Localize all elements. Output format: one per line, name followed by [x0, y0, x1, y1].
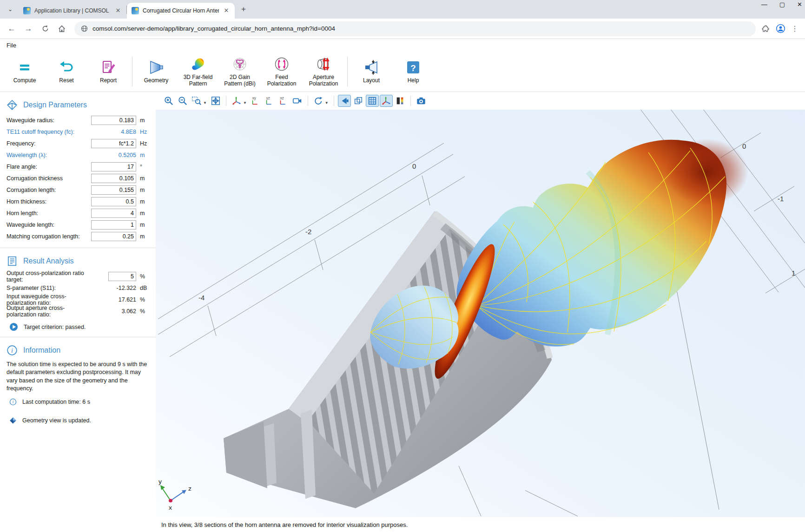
waveguide-length-input[interactable] — [91, 220, 136, 230]
frequency-input[interactable] — [91, 139, 136, 148]
new-tab-button[interactable]: + — [238, 3, 250, 15]
farfield-3d-button[interactable]: 3D Far-field Pattern — [177, 56, 219, 87]
result-analysis-icon — [7, 256, 18, 267]
browser-toolbar: ← → comsol.com/server-demo/app/library_c… — [0, 19, 805, 39]
browser-window: ⌄ Application Library | COMSOL S ✕ Corru… — [0, 0, 805, 532]
view-xy-icon: xy — [251, 96, 261, 106]
projection-button[interactable] — [291, 95, 304, 107]
tick-label: -4 — [198, 295, 205, 302]
chrome-menu-icon[interactable]: ⋮ — [791, 24, 798, 33]
address-bar[interactable]: comsol.com/server-demo/app/library_corru… — [74, 21, 756, 36]
settings-sidebar: Design Parameters Waveguide radius: m TE… — [0, 92, 156, 532]
ribbon-separator — [132, 57, 132, 86]
view-xy-button[interactable]: xy — [249, 95, 262, 107]
tab-horn-antenna[interactable]: Corrugated Circular Horn Anten ✕ — [127, 3, 235, 19]
param-row-corrugation-length: Corrugation length: m — [0, 184, 156, 196]
triad-y-label: y — [158, 478, 162, 485]
zoom-out-button[interactable] — [176, 95, 189, 107]
3d-scene[interactable]: 0 -2 -4 0 -1 1 — [156, 110, 805, 517]
param-row-te11-cutoff: TE11 cutoff frequency (fc): 4.8E8 Hz — [0, 126, 156, 138]
home-icon — [58, 25, 66, 33]
aperture-polarization-button[interactable]: Aperture Polarization — [303, 56, 344, 87]
geometry-updated-icon — [9, 417, 17, 424]
color-legend-toggle[interactable] — [394, 95, 407, 107]
svg-text:i: i — [13, 400, 14, 404]
tab-search-button[interactable]: ⌄ — [4, 3, 17, 16]
param-row-horn-thickness: Horn thickness: m — [0, 196, 156, 207]
section-divider — [0, 248, 156, 248]
help-button[interactable]: ? Help — [392, 59, 434, 84]
report-button[interactable]: Report — [87, 59, 129, 84]
flare-angle-input[interactable] — [91, 162, 136, 171]
view-yz-button[interactable]: yz — [263, 95, 276, 107]
waveguide-radius-input[interactable] — [91, 116, 136, 125]
toolbar-separator — [226, 96, 226, 106]
matching-corrugation-length-input[interactable] — [91, 232, 136, 241]
result-analysis-header: Result Analysis — [0, 253, 156, 270]
param-row-waveguide-length: Waveguide length: m — [0, 219, 156, 230]
compute-button[interactable]: Compute — [4, 59, 46, 84]
zoom-in-icon — [164, 96, 174, 106]
horn-length-input[interactable] — [91, 209, 136, 218]
geometry-button[interactable]: Geometry — [135, 59, 177, 84]
forward-icon[interactable]: → — [21, 22, 35, 36]
tab-application-library[interactable]: Application Library | COMSOL S ✕ — [19, 3, 126, 19]
tick-label: -1 — [778, 196, 784, 203]
output-ratio-value: 3.062 — [122, 308, 136, 315]
zoom-box-caret[interactable]: ▼ — [203, 101, 207, 105]
reload-icon — [41, 25, 49, 33]
aperture-polarization-icon — [315, 56, 332, 72]
maximize-button[interactable]: ▢ — [779, 1, 785, 8]
zoom-box-button[interactable] — [190, 95, 203, 107]
axes-toggle[interactable] — [380, 95, 393, 107]
corrugation-thickness-input[interactable] — [91, 174, 136, 183]
grid-toggle[interactable] — [366, 95, 379, 107]
app-content: Design Parameters Waveguide radius: m TE… — [0, 92, 805, 532]
screenshot-button[interactable] — [415, 95, 428, 107]
layout-button[interactable]: Layout — [350, 59, 392, 84]
default-view-caret[interactable]: ▼ — [243, 101, 247, 105]
rotate-view-button[interactable] — [312, 95, 325, 107]
rotate-caret[interactable]: ▼ — [325, 101, 329, 105]
corrugation-length-input[interactable] — [91, 185, 136, 195]
help-icon: ? — [405, 59, 422, 76]
geometry-updated-status: Geometry view is updated. — [0, 406, 156, 424]
site-info-globe-icon[interactable] — [81, 25, 88, 32]
graphics-viewport: ▼ ▼ xy yz xz ▼ — [156, 92, 805, 532]
extensions-icon[interactable] — [761, 24, 770, 33]
horn-thickness-input[interactable] — [91, 197, 136, 206]
view-xz-button[interactable]: xz — [277, 95, 290, 107]
feed-polarization-button[interactable]: Feed Polarization — [261, 56, 303, 87]
tab-strip: ⌄ Application Library | COMSOL S ✕ Corru… — [0, 0, 805, 19]
tab-close-icon[interactable]: ✕ — [223, 7, 230, 14]
design-parameters-icon — [7, 99, 18, 111]
svg-text:xy: xy — [252, 96, 257, 100]
home-icon[interactable] — [55, 22, 69, 36]
svg-text:yz: yz — [266, 96, 270, 100]
zoom-extents-button[interactable] — [209, 95, 222, 107]
3d-scene-canvas: 0 -2 -4 0 -1 1 — [156, 110, 805, 517]
information-icon: i — [7, 345, 18, 356]
layout-icon — [363, 59, 380, 76]
zoom-in-button[interactable] — [162, 95, 175, 107]
back-icon[interactable]: ← — [5, 22, 19, 36]
reload-icon[interactable] — [38, 22, 52, 36]
feed-polarization-icon — [273, 56, 290, 72]
tab-close-icon[interactable]: ✕ — [114, 7, 122, 14]
color-legend-icon — [395, 96, 405, 106]
close-window-button[interactable]: ✕ — [797, 1, 802, 8]
reset-button[interactable]: Reset — [46, 59, 87, 84]
chrome-action-icons: ⋮ — [761, 24, 800, 33]
gain-2d-button[interactable]: 2D Gain Pattern (dBi) — [219, 56, 261, 87]
file-menu[interactable]: File — [7, 42, 16, 49]
target-criterion-text: Target criterion: passed. — [24, 324, 86, 330]
tick-label: 1 — [792, 269, 795, 277]
show-geometry-toggle[interactable] — [338, 95, 351, 107]
compute-icon — [16, 59, 33, 76]
tab-title: Corrugated Circular Horn Anten — [143, 7, 219, 14]
profile-avatar-icon[interactable] — [776, 24, 785, 33]
transparency-toggle[interactable] — [352, 95, 365, 107]
cross-polarization-target-input[interactable] — [108, 272, 136, 281]
go-to-default-view-button[interactable] — [230, 95, 243, 107]
minimize-button[interactable]: — — [761, 1, 767, 8]
